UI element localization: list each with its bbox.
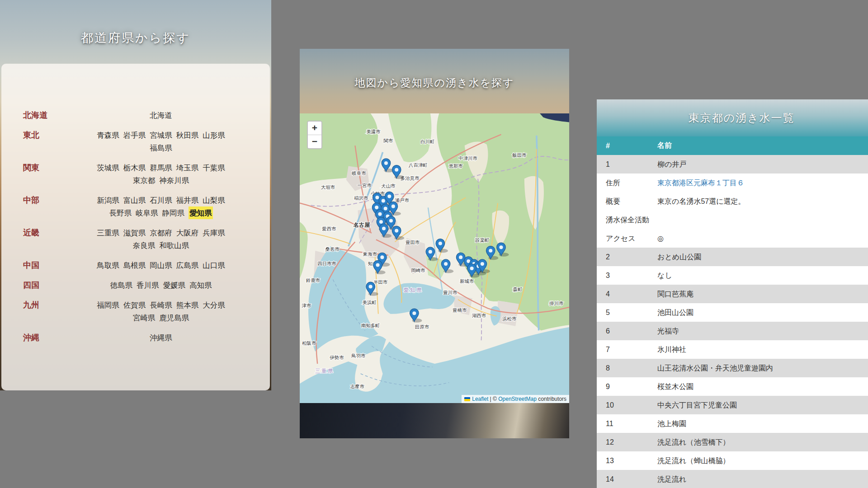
map-place-label: 瀬戸市 [395,198,410,203]
prefecture-link[interactable]: 茨城県 [97,161,119,174]
region-row: 関東茨城県栃木県群馬県埼玉県千葉県東京都神奈川県 [1,161,270,187]
prefecture-link[interactable]: 神奈川県 [159,174,189,187]
prefecture-link[interactable]: 大分県 [203,299,225,311]
prefecture-link[interactable]: 大阪府 [176,226,199,239]
prefecture-link[interactable]: 広島県 [176,259,199,272]
spring-table-body: 1柳の井戸住所東京都港区元麻布１丁目６概要東京の名湧水57選に選定。湧水保全活動… [597,155,868,488]
prefecture-link[interactable]: 宮崎県 [133,311,156,324]
prefecture-link[interactable]: 島根県 [123,259,146,272]
table-row: 5池田山公園 [597,303,868,322]
leaflet-link[interactable]: Leaflet [472,396,488,402]
map-place-label: 設楽町 [475,238,489,243]
map-place-label: 岡崎市 [411,268,425,273]
prefecture-link[interactable]: 沖縄県 [150,331,172,344]
prefecture-link[interactable]: 千葉県 [203,161,225,174]
prefecture-card: 北海道北海道東北青森県岩手県宮城県秋田県山形県福島県関東茨城県栃木県群馬県埼玉県… [1,64,270,390]
map-place-label: 志摩市 [350,384,365,389]
zoom-out-button[interactable]: − [308,135,321,148]
row-key: 9 [597,377,656,396]
address-link[interactable]: 東京都港区元麻布１丁目６ [657,179,744,187]
prefecture-link[interactable]: 鹿児島県 [159,311,189,324]
column-header-name: 名前 [656,136,868,155]
prefecture-link[interactable]: 山形県 [203,129,225,141]
prefecture-link[interactable]: 山梨県 [203,194,225,206]
region-row: 東北青森県岩手県宮城県秋田県山形県福島県 [1,129,270,154]
row-value: 関口芭蕉庵 [656,285,868,303]
region-label: 九州 [23,299,70,324]
table-row: 湧水保全活動 [597,211,868,229]
prefecture-link[interactable]: 富山県 [123,194,146,206]
row-value: 山王花清水公園・弁天池児童遊園内 [656,359,868,377]
prefecture-link[interactable]: 北海道 [150,109,172,122]
prefecture-link[interactable]: 岩手県 [123,129,146,141]
spring-table: # 名前 1柳の井戸住所東京都港区元麻布１丁目６概要東京の名湧水57選に選定。湧… [597,136,868,488]
map-place-label: 四日市市 [317,261,336,266]
prefecture-link[interactable]: 新潟県 [97,194,119,206]
prefecture-link[interactable]: 奈良県 [133,239,156,252]
osm-link[interactable]: OpenStreetMap [498,396,537,402]
map-place-label: 中津川市 [458,156,477,161]
map-svg[interactable]: 美濃市関市白川町八百津町中津川市恵那市飯田市岐阜市多治見市一宮市犬山市大垣市小牧… [300,113,569,403]
map-place-label: 犬山市 [381,183,396,188]
map-place-label: 美濃市 [366,129,381,134]
map-place-label: 関市 [383,138,393,143]
attribution-separator: | © [488,396,498,402]
region-row: 中国鳥取県島根県岡山県広島県山口県 [1,259,270,272]
row-key: 10 [597,396,656,414]
prefecture-link[interactable]: 兵庫県 [203,226,225,239]
table-row: 9桜並木公園 [597,377,868,396]
prefecture-link[interactable]: 秋田県 [176,129,199,141]
prefecture-link[interactable]: 佐賀県 [123,299,146,311]
map-place-label: 美浜町 [363,300,377,305]
prefecture-link[interactable]: 鳥取県 [97,259,119,272]
prefecture-link[interactable]: 三重県 [97,226,119,239]
prefecture-link[interactable]: 高知県 [189,279,212,291]
prefecture-link[interactable]: 岐阜県 [136,206,158,219]
prefecture-link[interactable]: 東京都 [133,174,156,187]
prefecture-link[interactable]: 長崎県 [150,299,172,311]
region-row: 九州福岡県佐賀県長崎県熊本県大分県宮崎県鹿児島県 [1,299,270,324]
prefecture-link[interactable]: 京都府 [150,226,172,239]
prefecture-link[interactable]: 長野県 [109,206,132,219]
map-place-label: 新城市 [460,279,474,284]
prefecture-link[interactable]: 熊本県 [176,299,199,311]
region-list: 北海道北海道東北青森県岩手県宮城県秋田県山形県福島県関東茨城県栃木県群馬県埼玉県… [1,109,270,344]
prefecture-link[interactable]: 宮城県 [150,129,172,141]
map-place-label: 森町 [513,287,523,292]
prefecture-link[interactable]: 静岡県 [162,206,185,219]
prefecture-link[interactable]: 群馬県 [150,161,172,174]
row-key: 4 [597,285,656,303]
map-attribution: Leaflet | © OpenStreetMap contributors [462,395,569,403]
prefecture-link[interactable]: 福島県 [150,141,172,154]
prefecture-link[interactable]: 埼玉県 [176,161,199,174]
region-label: 沖縄 [23,331,70,344]
spring-list-panel: 東京都の湧き水一覧 # 名前 1柳の井戸住所東京都港区元麻布１丁目６概要東京の名… [597,99,868,488]
prefecture-link[interactable]: 栃木県 [123,161,146,174]
table-row: 6光福寺 [597,322,868,340]
prefecture-link[interactable]: 福井県 [176,194,199,206]
prefecture-link[interactable]: 青森県 [97,129,119,141]
region-label: 中部 [23,194,70,219]
table-row: 3なし [597,266,868,285]
prefecture-link[interactable]: 福岡県 [97,299,119,311]
prefecture-link[interactable]: 岡山県 [150,259,172,272]
prefecture-link[interactable]: 滋賀県 [123,226,146,239]
zoom-in-button[interactable]: + [308,122,321,135]
prefecture-link[interactable]: 和歌山県 [159,239,189,252]
map-place-label: 掛川市 [549,301,564,306]
leaflet-map[interactable]: 美濃市関市白川町八百津町中津川市恵那市飯田市岐阜市多治見市一宮市犬山市大垣市小牧… [300,113,569,403]
map-place-label: 愛知県 [404,287,423,293]
row-key: 6 [597,322,656,340]
prefecture-link[interactable]: 徳島県 [110,279,133,291]
prefecture-link[interactable]: 石川県 [150,194,172,206]
map-place-label: 大垣市 [321,185,335,190]
row-key: 住所 [597,174,656,192]
prefecture-link[interactable]: 香川県 [137,279,159,291]
prefecture-link[interactable]: 山口県 [203,259,225,272]
map-place-label: 鳥羽市 [351,353,366,358]
row-key: 7 [597,340,656,359]
prefecture-link[interactable]: 愛媛県 [163,279,186,291]
prefecture-link[interactable]: 愛知県 [189,206,213,219]
map-photo-bottom [300,403,569,438]
map-place-label: 飯田市 [512,153,527,158]
